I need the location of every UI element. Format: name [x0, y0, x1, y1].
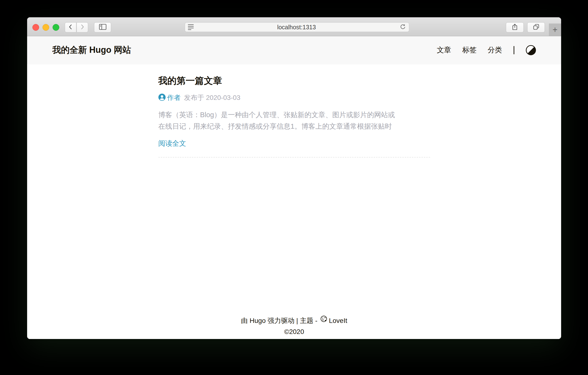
site-nav: 文章 标签 分类: [437, 45, 536, 55]
summary-line: 在线日记，用来纪录、抒发情感或分享信息1。博客上的文章通常根据张贴时: [158, 120, 430, 132]
sidebar-icon: [99, 23, 107, 31]
reader-mode-icon[interactable]: [188, 24, 194, 30]
plus-icon: +: [553, 25, 557, 35]
post-meta: 作者 发布于 2020-03-03: [158, 93, 430, 102]
reload-icon[interactable]: [399, 23, 406, 31]
minimize-window-button[interactable]: [42, 24, 49, 31]
nav-divider: [514, 46, 514, 54]
copyright-text: ©2020: [284, 328, 304, 335]
page-viewport: 我的全新 Hugo 网站 文章 标签 分类 我的第一篇文章: [27, 36, 561, 339]
powered-by-text: 由 Hugo 强力驱动 | 主题 -: [241, 317, 319, 324]
desktop-background: localhost:1313: [0, 0, 588, 375]
summary-line: 博客（英语：Blog）是一种由个人管理、张贴新的文章、图片或影片的网站或: [158, 109, 430, 120]
chevron-left-icon: [67, 24, 74, 31]
safari-window: localhost:1313: [27, 17, 561, 339]
post-summary: 博客（英语：Blog）是一种由个人管理、张贴新的文章、图片或影片的网站或 在线日…: [158, 109, 430, 132]
main-content: 我的第一篇文章 作者 发布于 2020-03-03: [158, 75, 430, 158]
nav-item-posts[interactable]: 文章: [437, 45, 451, 55]
close-window-button[interactable]: [32, 24, 39, 31]
browser-toolbar: localhost:1313: [27, 17, 561, 36]
post-title-link[interactable]: 我的第一篇文章: [158, 75, 430, 87]
author-avatar-icon: [158, 94, 166, 102]
publish-date-text: 发布于 2020-03-03: [184, 93, 241, 102]
zoom-window-button[interactable]: [52, 24, 59, 31]
post-divider: [158, 157, 430, 158]
tabs-icon: [533, 23, 540, 31]
post-summary-card: 我的第一篇文章 作者 发布于 2020-03-03: [158, 75, 430, 158]
share-icon: [511, 23, 518, 32]
footer-copyright-line: ©2020: [27, 326, 561, 337]
site-header: 我的全新 Hugo 网站 文章 标签 分类: [27, 36, 561, 64]
site-title-link[interactable]: 我的全新 Hugo 网站: [52, 44, 131, 56]
nav-item-tags[interactable]: 标签: [462, 45, 477, 55]
share-button[interactable]: [506, 22, 524, 32]
back-button[interactable]: [65, 22, 76, 32]
address-bar[interactable]: localhost:1313: [185, 22, 409, 32]
traffic-lights: [32, 24, 59, 31]
author-link[interactable]: 作者: [167, 93, 181, 102]
site-footer: 由 Hugo 强力驱动 | 主题 - LoveIt ©2020: [27, 315, 561, 337]
sidebar-toggle-button[interactable]: [94, 22, 111, 32]
read-more-link[interactable]: 阅读全文: [158, 139, 186, 148]
chevron-right-icon: [79, 24, 85, 31]
tab-overview-button[interactable]: [527, 22, 545, 32]
footer-powered-line: 由 Hugo 强力驱动 | 主题 - LoveIt: [27, 315, 561, 326]
new-tab-button[interactable]: +: [549, 23, 561, 36]
url-text[interactable]: localhost:1313: [194, 24, 399, 31]
forward-button[interactable]: [77, 22, 88, 32]
nav-item-categories[interactable]: 分类: [488, 45, 502, 55]
kiss-face-emoji-icon: [320, 317, 328, 324]
theme-link[interactable]: LoveIt: [329, 317, 347, 324]
theme-switch-icon[interactable]: [526, 45, 536, 55]
